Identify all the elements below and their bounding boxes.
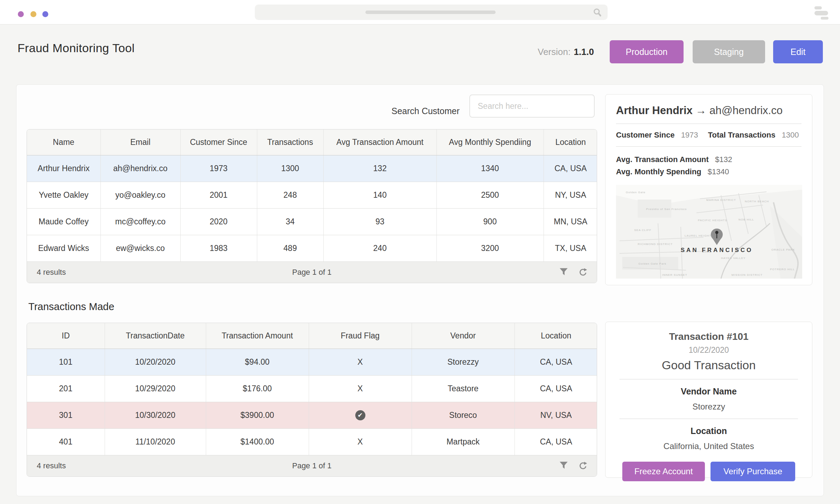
table-cell: MN, USA bbox=[544, 208, 597, 235]
customers-table-footer: 4 results Page 1 of 1 bbox=[27, 262, 597, 283]
table-cell: Martpack bbox=[412, 428, 514, 455]
production-button[interactable]: Production bbox=[610, 40, 684, 63]
map-label: NOB HILL bbox=[738, 218, 754, 221]
map-label: SEA CLIFF bbox=[634, 229, 651, 232]
table-cell: 140 bbox=[323, 182, 436, 208]
total-transactions-label: Total Transactions bbox=[708, 131, 776, 139]
map-label: Presidio of San Francisco bbox=[646, 208, 687, 211]
column-header: Vendor bbox=[412, 323, 514, 349]
map-city-label: SAN FRANCISCO bbox=[681, 247, 753, 253]
total-transactions-value: 1300 bbox=[782, 131, 799, 139]
transaction-row-selected[interactable]: 101 10/20/2020 $94.00 X Storezzy CA, USA bbox=[27, 349, 597, 375]
customer-row-selected[interactable]: Arthur Hendrix ah@hendrix.co 1973 1300 1… bbox=[27, 155, 597, 182]
customers-table: Name Email Customer Since Transactions A… bbox=[27, 129, 597, 283]
header-actions: Version: 1.1.0 Production Staging Edit bbox=[538, 40, 823, 63]
table-cell: $1400.00 bbox=[206, 428, 309, 455]
table-cell: 10/30/2020 bbox=[105, 402, 206, 428]
map-label: RICHMOND DISTRICT bbox=[638, 243, 673, 246]
search-customer-input[interactable] bbox=[469, 94, 595, 118]
table-cell: CA, USA bbox=[544, 155, 597, 182]
freeze-account-button[interactable]: Freeze Account bbox=[622, 462, 705, 481]
window-control-dot-1[interactable] bbox=[18, 11, 24, 17]
table-cell: CA, USA bbox=[514, 349, 597, 375]
fraud-flag-cell: X bbox=[309, 349, 412, 375]
transaction-row[interactable]: 401 11/10/2020 $1400.00 X Martpack CA, U… bbox=[27, 428, 597, 455]
map-label: LAUREL HEIGHTS bbox=[685, 234, 714, 237]
transactions-table-footer: 4 results Page 1 of 1 bbox=[27, 455, 597, 476]
customer-email: ah@hendrix.co bbox=[709, 104, 783, 117]
page-indicator: Page 1 of 1 bbox=[27, 461, 597, 470]
window-control-dot-3[interactable] bbox=[42, 11, 48, 17]
customer-row[interactable]: Yvette Oakley yo@oakley.co 2001 248 140 … bbox=[27, 182, 597, 208]
table-cell: 240 bbox=[323, 235, 436, 261]
edit-button[interactable]: Edit bbox=[773, 40, 823, 63]
table-cell: $176.00 bbox=[206, 375, 309, 402]
refresh-icon[interactable] bbox=[579, 268, 588, 277]
table-cell: NY, USA bbox=[544, 182, 597, 208]
table-cell: Maude Coffey bbox=[27, 208, 100, 235]
column-header: Fraud Flag bbox=[309, 323, 412, 349]
customer-name: Arthur Hendrix bbox=[616, 104, 693, 117]
table-cell: 301 bbox=[27, 402, 105, 428]
customer-since-value: 1973 bbox=[681, 131, 698, 139]
search-customer-label: Search Customer bbox=[352, 106, 460, 116]
table-cell: 1300 bbox=[257, 155, 323, 182]
table-cell: 93 bbox=[323, 208, 436, 235]
map-label: MISSION DISTRICT bbox=[732, 273, 763, 276]
customer-row[interactable]: Edward Wicks ew@wicks.co 1983 489 240 32… bbox=[27, 235, 597, 261]
table-cell: Arthur Hendrix bbox=[27, 155, 100, 182]
transactions-header-row: ID TransactionDate Transaction Amount Fr… bbox=[27, 323, 597, 349]
window-control-dot-2[interactable] bbox=[30, 11, 36, 17]
browser-topbar bbox=[0, 0, 840, 24]
fraud-flag-cell: X bbox=[309, 375, 412, 402]
table-cell: Storeco bbox=[412, 402, 514, 428]
customer-stats-line: Customer Since 1973 Total Transactions 1… bbox=[616, 131, 802, 140]
customer-row[interactable]: Maude Coffey mc@coffey.co 2020 34 93 900… bbox=[27, 208, 597, 235]
avg-transaction-value: $132 bbox=[715, 155, 732, 164]
table-cell: Teastore bbox=[412, 375, 514, 402]
transactions-table: ID TransactionDate Transaction Amount Fr… bbox=[27, 323, 597, 477]
search-icon[interactable] bbox=[593, 8, 602, 17]
transaction-row-flagged[interactable]: 301 10/30/2020 $3900.00 ✔ Storeco NV, US… bbox=[27, 402, 597, 428]
filter-icon[interactable] bbox=[559, 268, 568, 276]
column-header: Location bbox=[514, 323, 597, 349]
verify-purchase-button[interactable]: Verify Purchase bbox=[710, 462, 795, 481]
table-cell: 2020 bbox=[180, 208, 257, 235]
table-cell: 900 bbox=[436, 208, 544, 235]
avg-transaction-label: Avg. Transaction Amount bbox=[616, 155, 709, 164]
staging-button[interactable]: Staging bbox=[693, 40, 765, 63]
table-cell: 11/10/2020 bbox=[105, 428, 206, 455]
transaction-status: Good Transaction bbox=[617, 358, 800, 372]
column-header: Location bbox=[544, 130, 597, 155]
customer-detail-title: Arthur Hendrix → ah@hendrix.co bbox=[616, 104, 802, 117]
vendor-name-label: Vendor Name bbox=[617, 386, 800, 397]
map-label: POTRERO HILL bbox=[770, 268, 795, 271]
table-cell: TX, USA bbox=[544, 235, 597, 261]
table-cell: 2001 bbox=[180, 182, 257, 208]
map-label: HAYES VALLEY bbox=[721, 257, 746, 260]
version-label: Version: bbox=[538, 47, 570, 57]
map-label: Golden Gate Park bbox=[638, 262, 666, 265]
column-header: Customer Since bbox=[180, 130, 257, 155]
transaction-row[interactable]: 201 10/29/2020 $176.00 X Teastore CA, US… bbox=[27, 375, 597, 402]
browser-address-bar[interactable] bbox=[255, 5, 608, 20]
map-label: MARINA DISTRICT bbox=[706, 198, 736, 202]
table-cell: Yvette Oakley bbox=[27, 182, 100, 208]
results-count: 4 results bbox=[37, 268, 66, 277]
filter-icon[interactable] bbox=[559, 461, 568, 470]
refresh-icon[interactable] bbox=[579, 461, 588, 470]
column-header: Email bbox=[100, 130, 180, 155]
avg-transaction-line: Avg. Transaction Amount $132 bbox=[616, 153, 802, 166]
table-cell: 401 bbox=[27, 428, 105, 455]
vendor-name-value: Storezzy bbox=[617, 402, 800, 412]
customer-location-map: Golden Gate Presidio of San Francisco SE… bbox=[616, 185, 802, 279]
table-cell: 3200 bbox=[436, 235, 544, 261]
table-cell: 1340 bbox=[436, 155, 544, 182]
map-label: Golden Gate bbox=[626, 191, 645, 194]
customers-header-row: Name Email Customer Since Transactions A… bbox=[27, 130, 597, 155]
column-header: Avg Transaction Amount bbox=[323, 130, 436, 155]
table-cell: 248 bbox=[257, 182, 323, 208]
arrow-right-icon: → bbox=[695, 104, 706, 117]
table-cell: 489 bbox=[257, 235, 323, 261]
browser-menu-icon[interactable] bbox=[814, 6, 828, 20]
